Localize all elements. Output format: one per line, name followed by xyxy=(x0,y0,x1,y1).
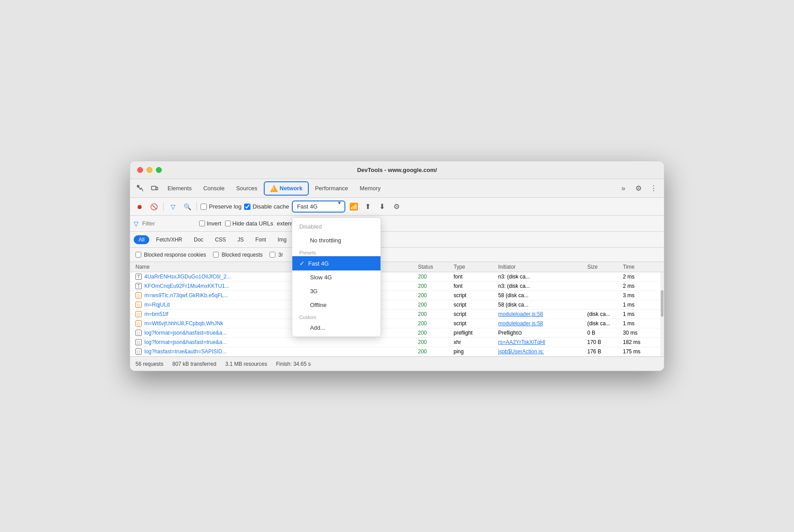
filter-input[interactable] xyxy=(142,220,196,227)
more-options-icon[interactable]: ⋮ xyxy=(647,182,660,195)
table-row[interactable]: □ log?format=json&hasfast=true&a... 200 … xyxy=(130,338,664,347)
row-initiator: n3: (disk ca... xyxy=(498,283,587,289)
blocked-cookies-label: Blocked response cookies xyxy=(144,252,206,258)
import-har-icon[interactable]: ⬆ xyxy=(362,201,374,213)
tabs-right-actions: » ⚙ ⋮ xyxy=(617,182,660,195)
script-icon: ◇ xyxy=(135,302,142,308)
invert-label[interactable]: Invert xyxy=(199,220,221,227)
type-filters-bar: All Fetch/XHR Doc CSS JS Font Img Media … xyxy=(130,232,664,248)
filter-fetch-xhr[interactable]: Fetch/XHR xyxy=(151,235,187,244)
script-icon: ◇ xyxy=(135,311,142,317)
devtools-window: DevTools - www.google.com/ Elements Cons… xyxy=(130,161,664,371)
throttle-dropdown-wrapper: Fast 4G No throttling Slow 4G 3G Offline… xyxy=(292,201,345,213)
dropdown-item-add[interactable]: Add... xyxy=(292,321,381,335)
script-icon: ◇ xyxy=(135,292,142,299)
row-initiator[interactable]: rs=AA2YrTskXiTqHl xyxy=(498,339,587,345)
tabs-bar: Elements Console Sources Network Perform… xyxy=(130,179,664,198)
clear-button[interactable]: 🚫 xyxy=(148,201,160,213)
network-conditions-icon[interactable]: 📶 xyxy=(348,201,360,213)
row-time: 1 ms xyxy=(623,302,659,308)
dropdown-item-offline[interactable]: Offline xyxy=(292,298,381,312)
font-icon: T xyxy=(135,274,142,280)
disable-cache-label[interactable]: Disable cache xyxy=(244,203,289,210)
row-type: script xyxy=(454,302,498,308)
titlebar: DevTools - www.google.com/ xyxy=(130,161,664,179)
tab-network[interactable]: Network xyxy=(264,181,309,196)
throttle-select[interactable]: Fast 4G No throttling Slow 4G 3G Offline xyxy=(292,201,345,213)
scrollbar-track[interactable] xyxy=(660,272,664,356)
dropdown-item-3g[interactable]: 3G xyxy=(292,284,381,298)
row-time: 182 ms xyxy=(623,339,659,345)
table-row[interactable]: ◇ m=ws9Tlc,n73qwf,GkRiKb,e5qFL... 200 sc… xyxy=(130,291,664,300)
row-initiator[interactable]: moduleloader.js:58 xyxy=(498,311,587,317)
preserve-log-label[interactable]: Preserve log xyxy=(201,203,241,210)
row-status: 200 xyxy=(418,292,454,299)
filter-img[interactable]: Img xyxy=(273,235,291,244)
table-row[interactable]: ◇ m=bm51tf 200 script moduleloader.js:58… xyxy=(130,310,664,319)
hide-data-checkbox[interactable] xyxy=(225,221,231,226)
blocked-third-label: 3r xyxy=(278,252,283,258)
row-type: script xyxy=(454,320,498,327)
device-toggle-icon[interactable] xyxy=(148,182,161,195)
row-time: 2 ms xyxy=(623,283,659,289)
blocked-third-checkbox[interactable] xyxy=(270,252,275,258)
checkmark-icon: ✓ xyxy=(299,260,305,267)
row-name: □ log?format=json&hasfast=true&a... xyxy=(135,339,418,345)
col-time: Time xyxy=(623,264,659,270)
invert-checkbox[interactable] xyxy=(199,221,205,226)
table-row[interactable]: ◇ m=Wt6vjf,hhhU8,FCpbqb,WhJNk 200 script… xyxy=(130,319,664,328)
tab-memory[interactable]: Memory xyxy=(354,182,386,194)
blocked-cookies-item: Blocked response cookies xyxy=(135,252,206,258)
table-row[interactable]: T KFOmCnqEu92Fr1Mu4mxKKTU1... 200 font n… xyxy=(130,282,664,291)
filter-css[interactable]: CSS xyxy=(210,235,231,244)
row-initiator[interactable]: moduleloader.js:58 xyxy=(498,320,587,327)
dropdown-item-no-throttling[interactable]: No throttling xyxy=(292,233,381,247)
record-button[interactable]: ⏺ xyxy=(134,201,145,213)
preserve-log-checkbox[interactable] xyxy=(201,204,207,210)
row-name-text: m=bm51tf xyxy=(144,311,168,317)
table-row[interactable]: ◇ m=RqjULd 200 script 58 (disk ca... 1 m… xyxy=(130,300,664,310)
network-toolbar: ⏺ 🚫 ▽ 🔍 Preserve log Disable cache Fast … xyxy=(130,198,664,216)
filter-font[interactable]: Font xyxy=(250,235,271,244)
row-size: 0 B xyxy=(587,330,623,336)
row-time: 30 ms xyxy=(623,330,659,336)
table-row[interactable]: T 4UaRrENHsxJlGDuGo1OIlJfC6l_2... 200 fo… xyxy=(130,272,664,282)
maximize-button[interactable] xyxy=(156,167,162,173)
row-type: preflight xyxy=(454,330,498,336)
tab-console[interactable]: Console xyxy=(198,182,230,194)
blocked-bar: Blocked response cookies Blocked request… xyxy=(130,248,664,262)
doc-icon: □ xyxy=(135,339,142,345)
tab-sources[interactable]: Sources xyxy=(231,182,263,194)
table-header: Name Status Type Initiator Size Time xyxy=(130,262,664,272)
export-har-icon[interactable]: ⬇ xyxy=(377,201,388,213)
filter-js[interactable]: JS xyxy=(233,235,249,244)
row-initiator[interactable]: jspb$UserAction.js: xyxy=(498,348,587,355)
inspect-icon[interactable] xyxy=(134,182,147,195)
hide-data-label[interactable]: Hide data URLs xyxy=(225,220,274,227)
table-row[interactable]: □ log?format=json&hasfast=true&a... 200 … xyxy=(130,328,664,338)
filter-icon[interactable]: ▽ xyxy=(167,201,179,213)
blocked-third-item: 3r xyxy=(270,252,283,258)
tab-elements[interactable]: Elements xyxy=(162,182,197,194)
row-type: script xyxy=(454,311,498,317)
disable-cache-checkbox[interactable] xyxy=(244,204,250,210)
search-button[interactable]: 🔍 xyxy=(181,201,193,213)
blocked-cookies-checkbox[interactable] xyxy=(135,252,141,258)
more-tabs-icon[interactable]: » xyxy=(617,182,630,195)
font-icon: T xyxy=(135,283,142,289)
col-size: Size xyxy=(587,264,623,270)
tab-performance[interactable]: Performance xyxy=(310,182,353,194)
settings-gear-icon[interactable]: ⚙ xyxy=(632,182,645,195)
filter-all[interactable]: All xyxy=(134,235,149,244)
blocked-requests-checkbox[interactable] xyxy=(213,252,219,258)
col-status: Status xyxy=(418,264,454,270)
filter-doc[interactable]: Doc xyxy=(189,235,208,244)
doc-icon: □ xyxy=(135,348,142,355)
network-settings-icon[interactable]: ⚙ xyxy=(391,201,402,213)
table-row[interactable]: □ log?hasfast=true&auth=SAPISID... 200 p… xyxy=(130,347,664,356)
dropdown-item-fast-4g[interactable]: ✓ Fast 4G xyxy=(292,256,381,270)
dropdown-item-slow-4g[interactable]: Slow 4G xyxy=(292,270,381,284)
close-button[interactable] xyxy=(137,167,143,173)
scrollbar-thumb[interactable] xyxy=(661,290,663,317)
minimize-button[interactable] xyxy=(147,167,152,173)
